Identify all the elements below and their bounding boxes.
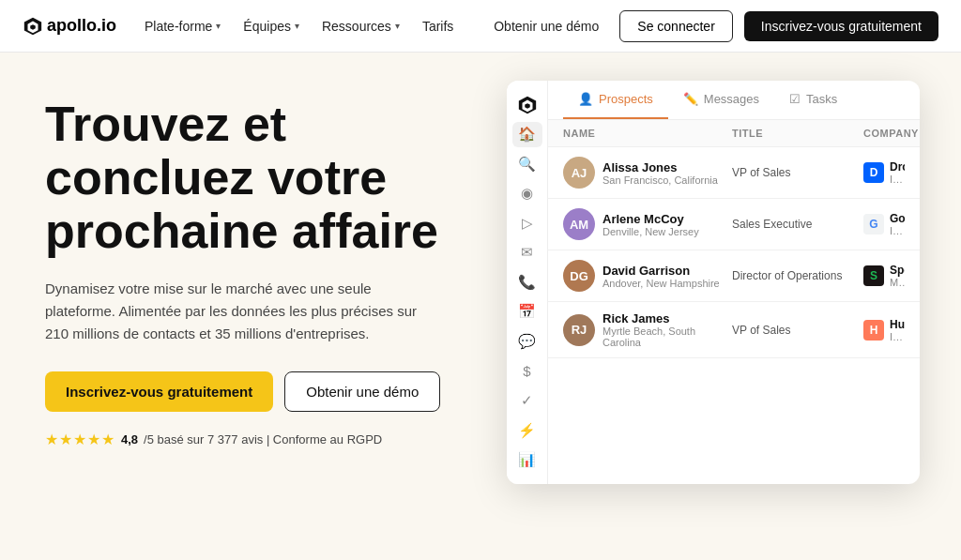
prospect-cell: AJ Alissa Jones San Francisco, Californi… xyxy=(563,157,732,189)
prospect-name: David Garrison xyxy=(603,264,720,278)
tasks-icon: ☑ xyxy=(789,92,801,106)
company-detail: Music 15,000 emplo... xyxy=(890,277,905,288)
avatar: AM xyxy=(563,208,595,240)
prospect-cell: AM Arlene McCoy Denville, New Jersey xyxy=(563,208,732,240)
chevron-down-icon: ▾ xyxy=(395,21,400,31)
company-logo: D xyxy=(863,162,884,183)
col-title: Title xyxy=(732,128,863,139)
nav-plateforme[interactable]: Plate-forme ▾ xyxy=(135,13,230,39)
sidebar-send-icon[interactable]: ▷ xyxy=(512,210,542,236)
col-company: Company xyxy=(863,128,919,139)
chevron-down-icon: ▾ xyxy=(295,21,299,31)
prospect-name: Arlene McCoy xyxy=(603,212,699,226)
prospect-location: San Francisco, California xyxy=(603,174,718,186)
main-area: Trouvez et concluez votre prochaine affa… xyxy=(0,53,961,560)
company-detail: Information Tech... 3,800 employe... xyxy=(890,174,905,185)
nav-right: Obtenir une démo Se connecter Inscrivez-… xyxy=(484,10,938,42)
stars-icon: ★★★★★ xyxy=(45,431,115,448)
prospects-icon: 👤 xyxy=(578,92,593,106)
login-button[interactable]: Se connecter xyxy=(619,10,733,42)
table-row[interactable]: AM Arlene McCoy Denville, New Jersey Sal… xyxy=(548,199,920,250)
signup-button-hero[interactable]: Inscrivez-vous gratuitement xyxy=(45,371,273,412)
company-logo: S xyxy=(863,265,884,286)
hero-subtitle: Dynamisez votre mise sur le marché avec … xyxy=(45,278,420,345)
company-detail: Information Tech... 290,000 emplo... xyxy=(890,225,905,236)
company-cell: H Hubs... Information... 9,500 emplo... xyxy=(863,318,905,342)
nav-demo-link[interactable]: Obtenir une démo xyxy=(484,13,608,39)
prospect-cell: RJ Rick James Myrtle Beach, South Caroli… xyxy=(563,311,732,348)
tab-tasks[interactable]: ☑ Tasks xyxy=(774,81,852,119)
logo-icon xyxy=(23,16,43,37)
nav-tarifs[interactable]: Tarifs xyxy=(413,13,463,39)
avatar: AJ xyxy=(563,157,595,189)
app-window: 🏠 🔍 ◉ ▷ ✉ 📞 📅 💬 $ ✓ ⚡ 📊 👤 Pros xyxy=(507,81,920,484)
sidebar-search-icon[interactable]: 🔍 xyxy=(512,151,542,177)
prospect-title: Sales Executive xyxy=(732,218,863,231)
tab-messages[interactable]: ✏️ Messages xyxy=(668,81,774,119)
table-row[interactable]: RJ Rick James Myrtle Beach, South Caroli… xyxy=(548,302,920,358)
company-cell: D Dropbox Information Tech... 3,800 empl… xyxy=(863,160,905,185)
sidebar-home-icon[interactable]: 🏠 xyxy=(512,122,542,148)
company-detail: Information... 9,500 emplo... xyxy=(890,331,905,342)
app-tabs: 👤 Prospects ✏️ Messages ☑ Tasks xyxy=(548,81,920,120)
sidebar-contacts-icon[interactable]: ◉ xyxy=(512,181,542,207)
prospect-title: VP of Sales xyxy=(732,324,863,337)
company-name: Hubs... xyxy=(890,318,905,331)
prospect-title: VP of Sales xyxy=(732,166,863,179)
prospect-location: Denville, New Jersey xyxy=(603,226,699,237)
table-header: Name Title Company xyxy=(548,120,920,147)
logo[interactable]: apollo.io xyxy=(23,16,116,37)
sidebar-mail-icon[interactable]: ✉ xyxy=(512,240,542,266)
prospect-location: Myrtle Beach, South Carolina xyxy=(603,325,732,348)
demo-button-hero[interactable]: Obtenir une démo xyxy=(284,371,440,412)
signup-button-nav[interactable]: Inscrivez-vous gratuitement xyxy=(744,11,938,41)
prospect-location: Andover, New Hampshire xyxy=(603,278,720,289)
prospect-title: Director of Operations xyxy=(732,269,863,282)
prospect-name: Alissa Jones xyxy=(603,160,718,174)
app-panel: 🏠 🔍 ◉ ▷ ✉ 📞 📅 💬 $ ✓ ⚡ 📊 👤 Pros xyxy=(497,53,961,560)
app-content: 👤 Prospects ✏️ Messages ☑ Tasks Name xyxy=(548,81,920,484)
sidebar-bolt-icon[interactable]: ⚡ xyxy=(512,417,542,444)
messages-icon: ✏️ xyxy=(683,92,698,106)
company-cell: S Spotify Music 15,000 emplo... xyxy=(863,264,905,288)
company-logo: H xyxy=(863,320,884,341)
hero-title: Trouvez et concluez votre prochaine affa… xyxy=(45,98,460,259)
avatar: DG xyxy=(563,260,595,292)
hero-rating: ★★★★★ 4,8 /5 basé sur 7 377 avis | Confo… xyxy=(45,431,460,448)
rating-text: /5 basé sur 7 377 avis | Conforme au RGP… xyxy=(144,432,382,446)
rating-score: 4,8 xyxy=(121,432,138,446)
prospect-name: Rick James xyxy=(603,311,732,325)
prospect-cell: DG David Garrison Andover, New Hampshire xyxy=(563,260,732,292)
prospects-table: AJ Alissa Jones San Francisco, Californi… xyxy=(548,147,920,484)
tab-prospects[interactable]: 👤 Prospects xyxy=(563,81,668,119)
company-name: Google xyxy=(890,212,905,225)
sidebar-chat-icon[interactable]: 💬 xyxy=(512,328,542,355)
sidebar-chart-icon[interactable]: 📊 xyxy=(512,446,542,473)
nav-equipes[interactable]: Équipes ▾ xyxy=(234,13,309,39)
sidebar-logo-icon xyxy=(512,92,542,118)
app-sidebar: 🏠 🔍 ◉ ▷ ✉ 📞 📅 💬 $ ✓ ⚡ 📊 xyxy=(507,81,548,484)
company-logo: G xyxy=(863,214,884,235)
sidebar-dollar-icon[interactable]: $ xyxy=(512,358,542,385)
hero-buttons: Inscrivez-vous gratuitement Obtenir une … xyxy=(45,371,460,412)
avatar: RJ xyxy=(563,314,595,346)
chevron-down-icon: ▾ xyxy=(216,21,221,31)
sidebar-check-icon[interactable]: ✓ xyxy=(512,387,542,414)
table-row[interactable]: AJ Alissa Jones San Francisco, Californi… xyxy=(548,147,920,199)
table-row[interactable]: DG David Garrison Andover, New Hampshire… xyxy=(548,250,920,302)
navbar: apollo.io Plate-forme ▾ Équipes ▾ Ressou… xyxy=(0,0,961,53)
sidebar-phone-icon[interactable]: 📞 xyxy=(512,269,542,295)
hero-section: Trouvez et concluez votre prochaine affa… xyxy=(0,53,497,560)
col-name: Name xyxy=(563,128,732,139)
nav-links: Plate-forme ▾ Équipes ▾ Ressources ▾ Tar… xyxy=(135,13,477,39)
company-name: Spotify xyxy=(890,264,905,277)
sidebar-calendar-icon[interactable]: 📅 xyxy=(512,299,542,325)
nav-ressources[interactable]: Ressources ▾ xyxy=(313,13,409,39)
company-cell: G Google Information Tech... 290,000 emp… xyxy=(863,212,905,236)
company-name: Dropbox xyxy=(890,160,905,174)
